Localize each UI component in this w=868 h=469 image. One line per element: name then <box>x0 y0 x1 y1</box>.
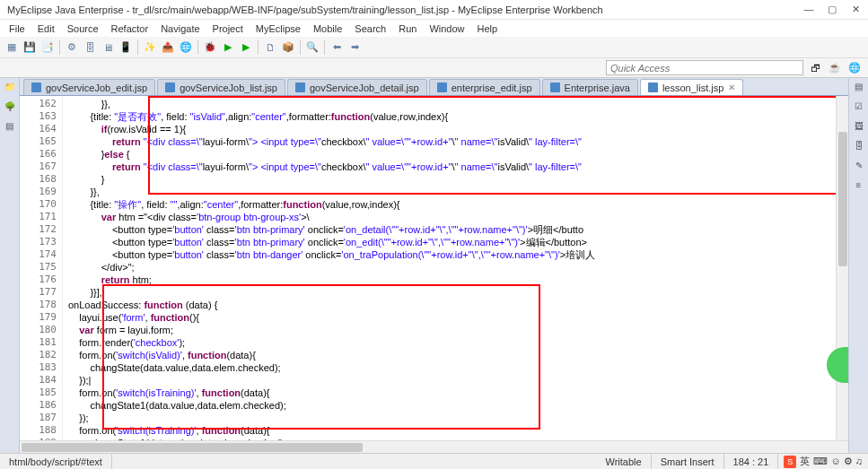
jsp-icon <box>31 83 41 92</box>
jsp-icon <box>437 83 447 92</box>
title-bar: MyEclipse Java Enterprise - tr_dl/src/ma… <box>0 0 868 20</box>
tab-label: enterprise_edit.jsp <box>452 83 532 93</box>
status-writable: Writable <box>597 454 652 469</box>
server-icon[interactable]: 🖥 <box>100 39 116 56</box>
menu-window[interactable]: Window <box>424 22 469 35</box>
mobile-icon[interactable]: 📱 <box>118 39 134 56</box>
servers-icon[interactable]: 🗄 <box>852 141 866 155</box>
status-position: 184 : 21 <box>724 454 779 469</box>
toolbar-secondary: 🗗 ☕ 🌐 <box>0 58 868 78</box>
menu-bar: File Edit Source Refactor Navigate Proje… <box>0 20 868 37</box>
maximize-button[interactable]: ▢ <box>827 4 837 15</box>
perspective-myeclipse-icon[interactable]: 🌐 <box>846 60 863 76</box>
tab-lesson-list[interactable]: lesson_list.jsp✕ <box>640 79 743 95</box>
ime-lang[interactable]: 英 <box>800 455 810 468</box>
menu-project[interactable]: Project <box>207 22 249 35</box>
java-icon <box>550 83 560 92</box>
tab-label: govServiceJob_list.jsp <box>180 83 277 93</box>
menu-file[interactable]: File <box>4 22 31 35</box>
menu-search[interactable]: Search <box>349 22 391 35</box>
right-trim: ▤ ☑ 🖼 🗄 ✎ ≡ <box>848 78 868 453</box>
toolbar: ▦ 💾 📑 ⚙ 🗄 🖥 📱 ✨ 📤 🌐 🐞 ▶ ▶ 🗋 📦 🔍 ⬅ ➡ <box>0 37 868 58</box>
package-explorer-icon[interactable]: 📁 <box>3 82 17 96</box>
editor-tabs: govServiceJob_edit.jsp govServiceJob_lis… <box>20 78 848 96</box>
scroll-thumb[interactable] <box>22 443 363 452</box>
window-title: MyEclipse Java Enterprise - tr_dl/src/ma… <box>7 4 603 15</box>
minimap-icon[interactable]: ▤ <box>3 121 17 135</box>
menu-help[interactable]: Help <box>472 22 504 35</box>
close-icon[interactable]: ✕ <box>728 83 735 92</box>
outline-icon[interactable]: ▤ <box>852 82 866 96</box>
tab-label: govServiceJob_detail.jsp <box>310 83 419 93</box>
wizard-icon[interactable]: ✨ <box>142 39 158 56</box>
code-editor[interactable]: 162 163 164 165 166 167 168 169 170 171 … <box>20 96 848 440</box>
line-numbers: 162 163 164 165 166 167 168 169 170 171 … <box>20 96 63 440</box>
status-path: html/body/script/#text <box>0 454 112 469</box>
tab-govservicejob-list[interactable]: govServiceJob_list.jsp <box>157 79 285 95</box>
editor-area: govServiceJob_edit.jsp govServiceJob_lis… <box>20 78 848 453</box>
tab-enterprise-edit[interactable]: enterprise_edit.jsp <box>429 79 540 95</box>
work-area: 📁 🌳 ▤ govServiceJob_edit.jsp govServiceJ… <box>0 78 868 453</box>
jsp-icon <box>165 83 175 92</box>
ime-extras[interactable]: ⌨ ☺ ⚙ ♫ <box>813 456 863 467</box>
browser-icon[interactable]: 🌐 <box>178 39 194 56</box>
menu-edit[interactable]: Edit <box>32 22 60 35</box>
window-controls: — ▢ ✕ <box>803 4 861 15</box>
code-content[interactable]: }}, {title: "是否有效", field: "isValid",ali… <box>63 96 836 440</box>
close-button[interactable]: ✕ <box>850 4 861 15</box>
newpkg-icon[interactable]: 📦 <box>280 39 296 56</box>
jsp-icon <box>648 83 658 92</box>
menu-navigate[interactable]: Navigate <box>155 22 205 35</box>
minimize-button[interactable]: — <box>803 4 814 15</box>
vertical-scrollbar[interactable] <box>836 96 848 440</box>
tab-govservicejob-edit[interactable]: govServiceJob_edit.jsp <box>23 79 155 95</box>
quick-access-input[interactable] <box>606 60 803 75</box>
tasks-icon[interactable]: ☑ <box>852 101 866 116</box>
horizontal-scrollbar[interactable] <box>20 440 848 453</box>
snippets-icon[interactable]: ✎ <box>852 161 866 175</box>
tab-label: lesson_list.jsp <box>662 83 723 93</box>
image-icon[interactable]: 🖼 <box>852 121 866 135</box>
newclass-icon[interactable]: 🗋 <box>262 39 278 56</box>
scroll-thumb[interactable] <box>838 132 847 266</box>
launch-icon[interactable]: ⚙ <box>64 39 80 56</box>
menu-myeclipse[interactable]: MyEclipse <box>250 22 306 35</box>
status-insert: Smart Insert <box>652 454 724 469</box>
run-icon[interactable]: ▶ <box>220 39 236 56</box>
fwd-icon[interactable]: ➡ <box>346 39 363 56</box>
menu-refactor[interactable]: Refactor <box>106 22 154 35</box>
saveall-icon[interactable]: 📑 <box>39 39 56 56</box>
search-icon[interactable]: 🔍 <box>304 39 320 56</box>
menu-run[interactable]: Run <box>393 22 422 35</box>
tab-enterprise-java[interactable]: Enterprise.java <box>542 79 638 95</box>
jsp-icon <box>295 83 305 92</box>
perspective-java-icon[interactable]: ☕ <box>827 60 843 76</box>
back-icon[interactable]: ⬅ <box>329 39 345 56</box>
left-trim: 📁 🌳 ▤ <box>0 78 20 453</box>
deploy-icon[interactable]: 📤 <box>160 39 176 56</box>
properties-icon[interactable]: ≡ <box>852 180 866 195</box>
perspective-open-icon[interactable]: 🗗 <box>807 60 823 76</box>
save-icon[interactable]: 💾 <box>22 39 38 56</box>
db-icon[interactable]: 🗄 <box>82 39 98 56</box>
menu-source[interactable]: Source <box>62 22 104 35</box>
menu-mobile[interactable]: Mobile <box>308 22 347 35</box>
ime-logo-icon: S <box>784 456 796 468</box>
ime-bar[interactable]: S 英 ⌨ ☺ ⚙ ♫ <box>778 455 868 468</box>
new-icon[interactable]: ▦ <box>4 39 20 56</box>
type-hierarchy-icon[interactable]: 🌳 <box>3 101 17 116</box>
status-bar: html/body/script/#text Writable Smart In… <box>0 453 868 469</box>
tab-label: Enterprise.java <box>565 83 630 93</box>
tab-govservicejob-detail[interactable]: govServiceJob_detail.jsp <box>287 79 427 95</box>
debug-icon[interactable]: 🐞 <box>202 39 218 56</box>
tab-label: govServiceJob_edit.jsp <box>46 83 147 93</box>
runlast-icon[interactable]: ▶ <box>238 39 254 56</box>
